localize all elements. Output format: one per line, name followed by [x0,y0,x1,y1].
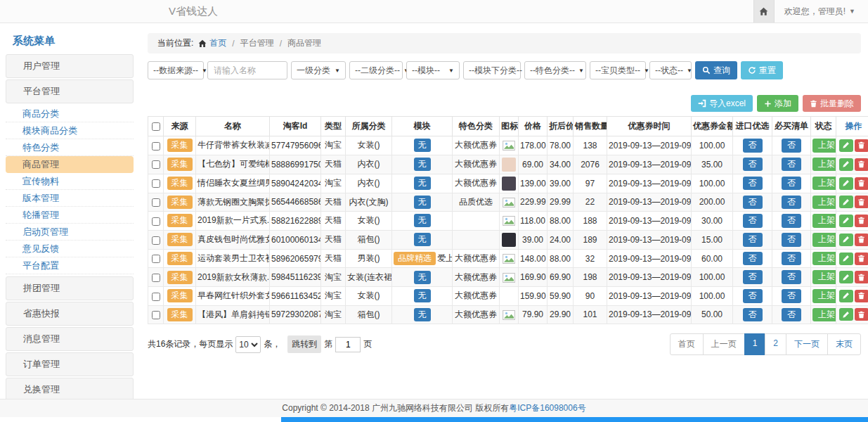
filter-select-模块下分类[interactable]: --模块下分类--▼ [463,61,521,79]
import-toggle[interactable]: 否 [743,196,763,210]
edit-button[interactable] [839,139,853,152]
pager-item-上一页[interactable]: 上一页 [703,333,745,355]
sidebar-group-订单管理[interactable]: 订单管理 [6,352,134,376]
sidebar-group-用户管理[interactable]: 用户管理 [6,54,134,78]
status-button[interactable]: 上架 [812,233,836,247]
status-button[interactable]: 上架 [812,177,836,191]
per-page-select[interactable]: 10 [235,336,261,353]
delete-button[interactable] [855,271,868,283]
row-checkbox[interactable] [152,217,160,226]
edit-button[interactable] [839,196,853,208]
name-search-input[interactable] [207,61,287,79]
mustbuy-toggle[interactable]: 否 [782,139,801,153]
sidebar-group-兑换管理[interactable]: 兑换管理 [6,378,134,399]
delete-button[interactable] [855,290,868,302]
row-checkbox[interactable] [152,255,160,263]
search-button[interactable]: 查询 [695,61,737,79]
status-button[interactable]: 上架 [812,158,836,172]
filter-select-模块[interactable]: --模块--▼ [406,61,460,79]
status-button[interactable]: 上架 [812,252,836,266]
pager-item-首页[interactable]: 首页 [670,333,704,355]
status-button[interactable]: 上架 [812,139,836,153]
row-checkbox[interactable] [152,160,160,169]
row-checkbox[interactable] [152,142,160,151]
sidebar-group-拼团管理[interactable]: 拼团管理 [6,276,134,300]
sidebar-group-消息管理[interactable]: 消息管理 [6,327,134,351]
edit-button[interactable] [839,252,853,265]
sidebar-item-平台配置[interactable]: 平台配置 [6,257,134,274]
sidebar-item-特色分类[interactable]: 特色分类 [6,139,134,156]
filter-select-二级分类[interactable]: --二级分类--▼ [349,61,403,79]
delete-button[interactable] [855,234,868,246]
mustbuy-toggle[interactable]: 否 [782,196,801,210]
sidebar-item-轮播管理[interactable]: 轮播管理 [6,207,134,224]
pager-item-末页[interactable]: 末页 [827,333,861,355]
mustbuy-toggle[interactable]: 否 [782,308,801,322]
import-toggle[interactable]: 否 [743,233,763,247]
mustbuy-toggle[interactable]: 否 [782,158,801,172]
import-toggle[interactable]: 否 [743,270,763,284]
delete-button[interactable] [855,177,868,190]
import-toggle[interactable]: 否 [743,158,763,172]
import-toggle[interactable]: 否 [743,177,763,191]
reset-button[interactable]: 重置 [741,61,783,79]
status-button[interactable]: 上架 [812,308,836,322]
batch-delete-button[interactable]: 批量删除 [803,95,861,112]
mustbuy-toggle[interactable]: 否 [782,252,801,266]
filter-select-特色分类[interactable]: --特色分类--▼ [524,61,586,79]
edit-button[interactable] [839,158,853,171]
filter-select-状态[interactable]: --状态--▼ [649,61,692,79]
filter-select-一级分类[interactable]: 一级分类▼ [291,61,346,79]
sidebar-item-意见反馈[interactable]: 意见反馈 [6,241,134,257]
status-button[interactable]: 上架 [812,214,836,228]
add-button[interactable]: 添加 [757,95,798,112]
mustbuy-toggle[interactable]: 否 [782,214,801,228]
pager-item-下一页[interactable]: 下一页 [786,333,828,355]
delete-button[interactable] [855,196,868,208]
edit-button[interactable] [839,290,853,302]
sidebar-item-商品管理[interactable]: 商品管理 [6,156,134,173]
row-checkbox[interactable] [152,236,160,245]
jump-button[interactable]: 跳转到 [287,335,321,353]
delete-button[interactable] [855,215,868,227]
sidebar-group-平台管理[interactable]: 平台管理 [6,79,134,103]
sidebar-item-版本管理[interactable]: 版本管理 [6,190,134,207]
edit-button[interactable] [839,308,853,321]
status-button[interactable]: 上架 [812,289,836,303]
status-button[interactable]: 上架 [812,196,836,210]
page-number-input[interactable] [335,337,361,352]
import-toggle[interactable]: 否 [743,308,763,322]
mustbuy-toggle[interactable]: 否 [782,233,801,247]
select-all-checkbox[interactable] [152,122,160,131]
delete-button[interactable] [855,158,868,171]
row-checkbox[interactable] [152,293,160,301]
row-checkbox[interactable] [152,198,160,207]
import-excel-button[interactable]: 导入excel [691,95,753,112]
filter-select-数据来源[interactable]: --数据来源--▼ [148,61,204,79]
sidebar-item-商品分类[interactable]: 商品分类 [6,106,134,122]
row-checkbox[interactable] [152,274,160,282]
status-button[interactable]: 上架 [812,270,836,284]
delete-button[interactable] [855,139,868,152]
edit-button[interactable] [839,271,853,283]
mustbuy-toggle[interactable]: 否 [782,289,801,303]
edit-button[interactable] [839,215,853,227]
filter-select-宝贝类型[interactable]: --宝贝类型--▼ [590,61,646,79]
delete-button[interactable] [855,252,868,265]
import-toggle[interactable]: 否 [743,252,763,266]
row-checkbox[interactable] [152,179,160,188]
row-checkbox[interactable] [152,311,160,319]
sidebar-item-宣传物料[interactable]: 宣传物料 [6,173,134,190]
user-menu[interactable]: 欢迎您，管理员! ▼ [775,6,868,18]
breadcrumb-home-link[interactable]: 首页 [209,37,226,49]
icp-link[interactable]: 粤ICP备16098006号 [509,402,585,414]
import-toggle[interactable]: 否 [743,139,763,153]
sidebar-item-启动页管理[interactable]: 启动页管理 [6,224,134,241]
import-toggle[interactable]: 否 [743,289,763,303]
delete-button[interactable] [855,308,868,321]
edit-button[interactable] [839,234,853,246]
mustbuy-toggle[interactable]: 否 [782,270,801,284]
breadcrumb-item-products[interactable]: 商品管理 [287,37,321,49]
import-toggle[interactable]: 否 [743,214,763,228]
home-button[interactable] [753,0,775,23]
